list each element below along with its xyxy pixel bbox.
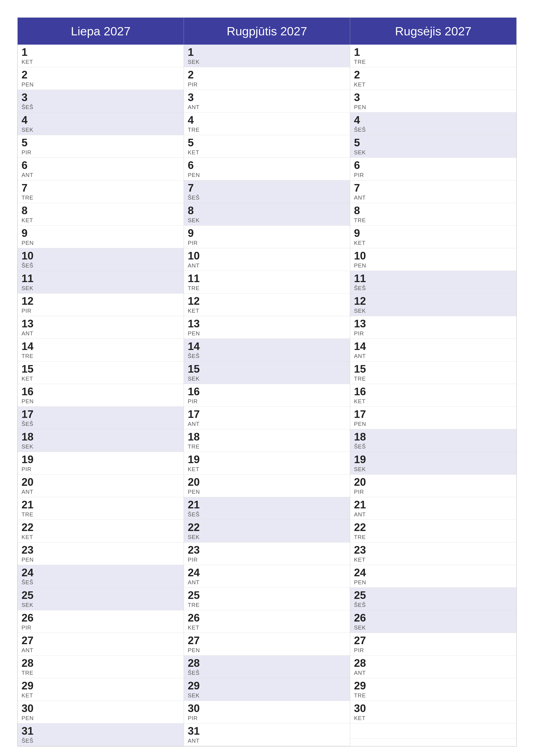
day-cell: 22KET — [18, 520, 184, 542]
day-number: 24 — [188, 567, 346, 579]
day-cell: 19PIR — [18, 452, 184, 474]
day-name: PIR — [188, 81, 346, 88]
day-cell: 29KET — [18, 678, 184, 701]
day-number: 7 — [188, 182, 346, 194]
day-number: 15 — [21, 363, 180, 375]
day-cell: 23PEN — [18, 542, 184, 565]
day-cell: 9KET — [350, 226, 516, 248]
day-cell: 22TRE — [350, 520, 516, 542]
day-number: 2 — [21, 69, 180, 81]
day-name: SEK — [21, 126, 180, 133]
day-number: 14 — [188, 340, 346, 352]
day-number: 28 — [21, 657, 180, 669]
day-cell: 12KET — [184, 293, 350, 316]
day-name: KET — [354, 556, 513, 563]
day-number: 1 — [188, 46, 346, 58]
day-cell: 26KET — [184, 610, 350, 633]
day-cell: 29SEK — [184, 678, 350, 701]
day-cell: 7TRE — [18, 180, 184, 203]
day-name: PIR — [354, 172, 513, 178]
day-name: SEK — [354, 149, 513, 156]
day-cell-empty — [350, 723, 516, 739]
day-cell: 9PIR — [184, 226, 350, 248]
day-name: TRE — [21, 511, 180, 518]
day-number: 29 — [188, 680, 346, 692]
day-number: 11 — [354, 273, 513, 284]
day-number: 12 — [21, 295, 180, 307]
day-cell: 1KET — [18, 44, 184, 67]
day-name: TRE — [188, 126, 346, 133]
day-number: 30 — [21, 703, 180, 715]
footer: 7 CALENDAR — [17, 749, 517, 756]
day-cell: 28ŠEŠ — [184, 656, 350, 678]
day-name: SEK — [188, 534, 346, 540]
day-number: 2 — [354, 69, 513, 81]
day-cell: 26PIR — [18, 610, 184, 633]
day-cell: 27ANT — [18, 633, 184, 656]
day-name: SEK — [354, 624, 513, 631]
calendar-logo: 7 CALENDAR — [431, 755, 504, 756]
day-name: SEK — [21, 443, 180, 450]
day-number: 14 — [21, 340, 180, 352]
day-cell: 26SEK — [350, 610, 516, 633]
day-name: PEN — [188, 489, 346, 495]
day-number: 3 — [21, 92, 180, 103]
day-number: 5 — [188, 137, 346, 149]
day-name: KET — [21, 692, 180, 699]
day-name: ANT — [21, 172, 180, 178]
day-name: ANT — [21, 647, 180, 654]
day-cell: 7ANT — [350, 180, 516, 203]
day-cell: 14ŠEŠ — [184, 339, 350, 362]
day-number: 13 — [188, 318, 346, 330]
day-number: 25 — [188, 589, 346, 601]
day-name: TRE — [354, 534, 513, 540]
calendar-icon: 7 — [431, 755, 443, 756]
day-number: 25 — [354, 589, 513, 601]
day-name: KET — [21, 375, 180, 382]
day-cell: 10ANT — [184, 248, 350, 271]
day-name: TRE — [188, 443, 346, 450]
day-name: PEN — [188, 330, 346, 337]
day-cell: 8KET — [18, 203, 184, 226]
day-cell: 7ŠEŠ — [184, 180, 350, 203]
day-number: 29 — [354, 680, 513, 692]
day-name: PEN — [21, 81, 180, 88]
day-name: TRE — [354, 692, 513, 699]
day-name: TRE — [188, 285, 346, 292]
day-cell: 25ŠEŠ — [350, 588, 516, 610]
day-cell: 6PEN — [184, 158, 350, 180]
day-name: KET — [354, 715, 513, 721]
day-name: KET — [21, 217, 180, 224]
day-name: ANT — [188, 421, 346, 427]
day-name: ANT — [188, 262, 346, 269]
day-number: 4 — [188, 114, 346, 126]
day-cell: 15TRE — [350, 362, 516, 384]
day-cell: 18TRE — [184, 429, 350, 452]
month-column-1: 1SEK2PIR3ANT4TRE5KET6PEN7ŠEŠ8SEK9PIR10AN… — [184, 44, 350, 746]
day-cell: 12SEK — [350, 293, 516, 316]
day-cell: 12PIR — [18, 293, 184, 316]
day-name: PEN — [354, 421, 513, 427]
day-name: KET — [354, 81, 513, 88]
day-cell: 30PEN — [18, 701, 184, 723]
calendar-container: Liepa 2027 Rugpjūtis 2027 Rugsėjis 2027 … — [17, 17, 517, 746]
day-cell: 27PIR — [350, 633, 516, 656]
day-cell: 4SEK — [18, 113, 184, 135]
day-number: 24 — [21, 567, 180, 579]
day-cell: 13PIR — [350, 316, 516, 339]
day-name: TRE — [21, 353, 180, 360]
day-cell: 8TRE — [350, 203, 516, 226]
day-name: PEN — [21, 556, 180, 563]
month-header-rugpjutis: Rugpjūtis 2027 — [184, 18, 350, 44]
day-cell: 3ANT — [184, 90, 350, 113]
day-name: PEN — [188, 172, 346, 178]
day-number: 4 — [354, 114, 513, 126]
day-name: SEK — [21, 285, 180, 292]
day-cell: 23KET — [350, 542, 516, 565]
day-name: KET — [188, 149, 346, 156]
day-number: 26 — [21, 612, 180, 624]
day-number: 20 — [21, 476, 180, 488]
day-number: 8 — [354, 205, 513, 217]
day-name: ŠEŠ — [354, 126, 513, 133]
day-number: 16 — [354, 386, 513, 398]
